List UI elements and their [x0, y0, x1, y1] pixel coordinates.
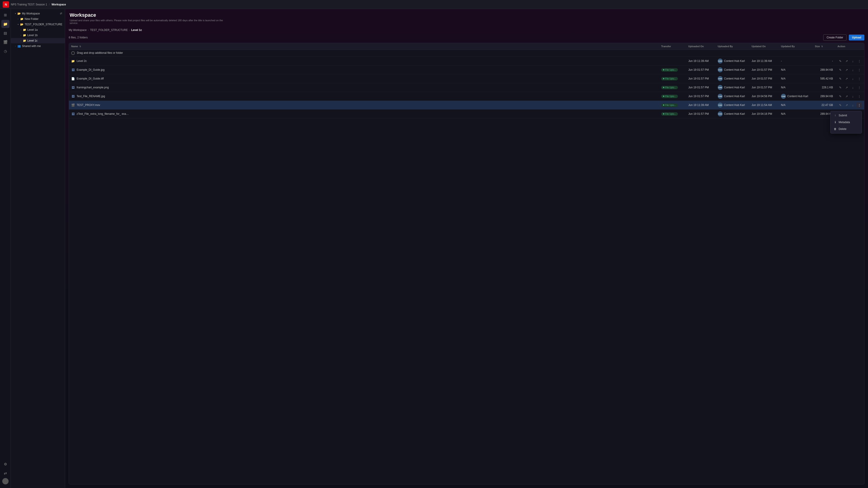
cell-updated-by-rename-jpg: CHK Content Hub Karl: [781, 94, 810, 99]
action-more-di-guide-tiff[interactable]: ⋮: [857, 76, 862, 81]
action-edit-di-guide-jpg[interactable]: ✎: [837, 67, 843, 72]
chevron-level-1b: ›: [19, 33, 23, 37]
status-dot-rename-jpg: [663, 96, 664, 97]
action-share-level-2c[interactable]: ↗: [844, 58, 849, 64]
filename-ztest[interactable]: zTest_File_extra_long_filename_for_ exam…: [76, 112, 131, 116]
file-breadcrumb-level-1c: Level 1c: [131, 29, 142, 32]
col-header-size[interactable]: Size ⇅: [813, 43, 835, 50]
action-download-proxy-mov[interactable]: ↓: [850, 102, 856, 108]
cell-name-rename-jpg: 🖼 Test_File_RENAME.jpg: [71, 94, 657, 98]
sidebar-collapse-button[interactable]: ⇄: [59, 11, 64, 16]
action-edit-level-2c[interactable]: ✎: [837, 58, 843, 64]
rail-media-icon[interactable]: 🎬: [1, 38, 9, 46]
chevron-shared-with-me: ›: [13, 44, 17, 48]
sort-icon-name: ⇅: [79, 45, 81, 48]
context-menu-item-metadata[interactable]: ℹ Metadata: [831, 119, 862, 126]
action-download-level-2c[interactable]: ↓: [850, 58, 856, 64]
sidebar: ⇄ ▾ 📂 My Workspace › 📁 New Folder ▾ 📂 TE…: [11, 9, 65, 488]
user-avatar-updated-rename-jpg: CHK: [781, 94, 786, 99]
action-share-rename-jpg[interactable]: ↗: [844, 94, 849, 99]
filename-rename-jpg[interactable]: Test_File_RENAME.jpg: [76, 95, 105, 98]
cell-size-rename-jpg: 289.94 KB: [813, 92, 835, 101]
cell-updated-by-framingchart: N/A: [779, 83, 813, 92]
cell-name-di-guide-tiff: 📄 Example_DI_Guide.tiff: [71, 77, 657, 80]
sidebar-item-level-1b[interactable]: › 📁 Level 1b: [11, 33, 65, 38]
action-edit-di-guide-tiff[interactable]: ✎: [837, 76, 843, 81]
cell-updated-on-framingchart: Jun 19 01:57 PM: [749, 83, 779, 92]
action-share-proxy-mov[interactable]: ↗: [844, 102, 849, 108]
action-download-di-guide-tiff[interactable]: ↓: [850, 76, 856, 81]
context-menu-item-submit[interactable]: ↑ Submit: [831, 112, 862, 119]
col-header-updated-by: Updated By: [779, 43, 813, 50]
sidebar-item-test-folder-structure[interactable]: ▾ 📂 TEST_FOLDER_STRUCTURE: [11, 22, 65, 27]
action-download-rename-jpg[interactable]: ↓: [850, 94, 856, 99]
user-avatar-ztest: CHK: [718, 111, 723, 116]
action-more-level-2c[interactable]: ⋮: [857, 58, 862, 64]
filename-framingchart[interactable]: framingchart_example.png: [76, 86, 109, 89]
file-breadcrumb-my-workspace[interactable]: My Workspace: [69, 29, 87, 32]
action-more-framingchart[interactable]: ⋮: [857, 85, 862, 90]
cell-uploaded-by-di-guide-jpg: CHK Content Hub Karl: [718, 67, 747, 72]
create-folder-button[interactable]: Create Folder: [823, 34, 846, 41]
cell-updated-by-di-guide-jpg: N/A: [779, 66, 813, 74]
folder-icon-1a: 📁: [23, 28, 26, 32]
cell-uploaded-by-rename-jpg: CHK Content Hub Karl: [718, 94, 747, 99]
filename-di-guide-jpg[interactable]: Example_DI_Guide.jpg: [76, 68, 104, 71]
submit-icon: ↑: [834, 114, 837, 117]
context-menu-item-delete[interactable]: 🗑 Delete: [831, 126, 862, 132]
icon-rail: ⊞ 📁 ▤ 🎬 ◷ ⚙ ⇄: [0, 9, 11, 488]
action-edit-rename-jpg[interactable]: ✎: [837, 94, 843, 99]
sidebar-item-new-folder[interactable]: › 📁 New Folder: [11, 16, 65, 22]
image-icon-framingchart: 🖼: [71, 86, 75, 89]
sort-icon-size: ⇅: [821, 45, 823, 48]
file-toolbar: 6 files, 2 folders Create Folder Upload: [69, 33, 864, 42]
rail-collapse-icon[interactable]: ⇄: [1, 469, 9, 477]
action-share-di-guide-jpg[interactable]: ↗: [844, 67, 849, 72]
file-table-wrapper: Name ⇅ Transfer Uploaded On Uploaded By …: [69, 43, 864, 484]
table-row: 🖼 zTest_File_extra_long_filename_for_ ex…: [69, 109, 864, 119]
sidebar-label-my-workspace: My Workspace: [22, 12, 40, 15]
action-more-proxy-mov[interactable]: ⋮: [857, 102, 862, 108]
action-share-di-guide-tiff[interactable]: ↗: [844, 76, 849, 81]
status-dot-di-guide-tiff: [663, 78, 664, 79]
chevron-my-workspace: ▾: [13, 12, 17, 15]
cell-name-framingchart: 🖼 framingchart_example.png: [71, 86, 657, 89]
action-download-framingchart[interactable]: ↓: [850, 85, 856, 90]
action-more-rename-jpg[interactable]: ⋮: [857, 94, 862, 99]
upload-button[interactable]: Upload: [849, 35, 864, 40]
action-edit-framingchart[interactable]: ✎: [837, 85, 843, 90]
table-row: 📁 Level 2c Jun 19 11:39 AM CHK Content H…: [69, 57, 864, 66]
user-avatar[interactable]: [2, 478, 8, 484]
rail-settings-icon[interactable]: ⚙: [1, 460, 9, 468]
rail-history-icon[interactable]: ◷: [1, 47, 9, 55]
rail-workspace-icon[interactable]: 📁: [1, 20, 9, 28]
cell-uploaded-by-framingchart: CHK Content Hub Karl: [718, 85, 747, 90]
action-more-di-guide-jpg[interactable]: ⋮: [857, 67, 862, 72]
sidebar-item-level-1a[interactable]: › 📁 Level 1a: [11, 27, 65, 33]
user-avatar-uploaded-level-2c: CHK: [718, 59, 723, 64]
action-download-di-guide-jpg[interactable]: ↓: [850, 67, 856, 72]
sidebar-item-shared-with-me[interactable]: › 👥 Shared with me: [11, 43, 65, 49]
cell-updated-by-proxy-mov: N/A: [779, 101, 813, 109]
col-header-action: Action: [835, 43, 864, 50]
sidebar-item-level-1c[interactable]: › 📁 Level 1c: [11, 38, 65, 43]
breadcrumb-project[interactable]: NPS Training TEST: Season 1: [11, 3, 47, 6]
user-avatar-di-guide-jpg: CHK: [718, 67, 723, 72]
status-dot-proxy-mov: [663, 104, 664, 106]
action-share-framingchart[interactable]: ↗: [844, 85, 849, 90]
sidebar-item-my-workspace[interactable]: ▾ 📂 My Workspace: [11, 11, 65, 16]
cell-uploaded-on-di-guide-tiff: Jun 19 01:57 PM: [686, 74, 715, 83]
image-icon-di-guide-jpg: 🖼: [71, 68, 75, 72]
rail-grid-icon[interactable]: ⊞: [1, 11, 9, 19]
filename-level-2c[interactable]: Level 2c: [76, 59, 87, 63]
sidebar-label-test-folder-structure: TEST_FOLDER_STRUCTURE: [25, 23, 62, 26]
rail-layers-icon[interactable]: ▤: [1, 29, 9, 37]
file-breadcrumb-test-folder-structure[interactable]: TEST_FOLDER_STRUCTURE: [90, 29, 128, 32]
action-edit-proxy-mov[interactable]: ✎: [837, 102, 843, 108]
breadcrumb-current: Workspace: [52, 3, 66, 6]
col-header-name[interactable]: Name ⇅: [69, 43, 659, 50]
filename-di-guide-tiff[interactable]: Example_DI_Guide.tiff: [76, 77, 104, 80]
filename-proxy-mov[interactable]: TEST_PROXY.mov: [76, 103, 100, 107]
file-breadcrumb-sep-1: ›: [88, 29, 89, 31]
status-badge-di-guide-tiff: File Uplo...: [661, 77, 678, 80]
